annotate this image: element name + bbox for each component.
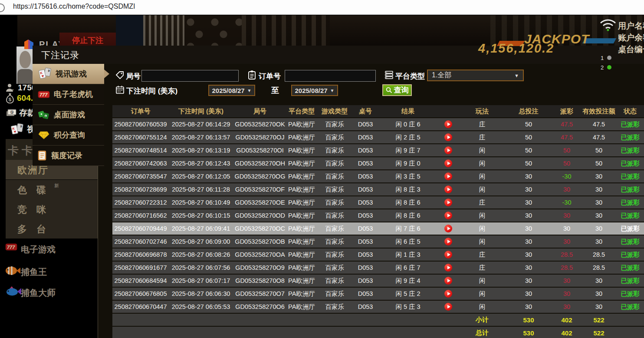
sidebar-item-fishing-king[interactable]: 捕鱼王 (0, 261, 98, 282)
replay-button[interactable] (444, 264, 452, 272)
date-from-select[interactable]: 2025/08/27 ▼ (208, 85, 255, 96)
replay-button[interactable] (444, 199, 452, 206)
replay-button[interactable] (444, 146, 452, 154)
total-bet-cell: 50 (506, 131, 552, 144)
line-2-indicator[interactable]: 2 (601, 64, 611, 71)
chevron-down-icon: ▼ (514, 73, 519, 78)
time-cell: 2025-08-27 06:05:53 (169, 300, 233, 313)
payout-cell: 50 (552, 157, 582, 170)
table-no-cell: D053 (353, 118, 378, 131)
table-row[interactable]: 2508270606704472025-08-27 06:05:53GD0532… (112, 300, 644, 313)
replay-button[interactable] (444, 159, 452, 167)
replay-cell (438, 170, 459, 183)
jingmi-tab-label: 竞咪 (17, 203, 56, 216)
browser-address-bar[interactable]: https://175616.cc/home?code=QSDMZI (0, 0, 644, 15)
lobby-tab-sedie[interactable]: 色碟 新 (6, 180, 98, 199)
table-row[interactable]: 2508270607286992025-08-27 06:11:28GD0532… (112, 183, 644, 196)
game-type-cell: 百家乐 (316, 170, 353, 183)
table-row[interactable]: 2508270607094492025-08-27 06:09:41GD0532… (112, 222, 644, 235)
result-cell: 闲 9 庄 0 (378, 157, 438, 170)
menu-item-video-games[interactable]: 9 K ♥ 视讯游戏 (33, 64, 104, 84)
modal-content: 局号 订单号 平台类型 1.全部 ▼ (98, 64, 644, 338)
replay-button[interactable] (444, 212, 452, 219)
replay-cell (438, 144, 459, 157)
table-row[interactable]: 2508270606768052025-08-27 06:06:30GD0532… (112, 287, 644, 300)
url-text[interactable]: https://175616.cc/home?code=QSDMZI (13, 3, 135, 10)
lobby-tab-duotai[interactable]: 多台 (6, 219, 98, 239)
fishing-master-label: 捕鱼大师 (21, 287, 56, 299)
payout-cell: 30 (552, 209, 582, 222)
valid-bet-cell: 30 (582, 300, 616, 313)
play-type-cell: 闲 (459, 157, 506, 170)
status-cell: 已派彩 (616, 131, 644, 144)
replay-button[interactable] (444, 172, 452, 180)
menu-item-points-query[interactable]: 积分查询 (33, 125, 104, 146)
table-row[interactable]: 2508270606916772025-08-27 06:07:56GD0532… (112, 261, 644, 274)
platform-select[interactable]: 1.全部 ▼ (427, 70, 524, 81)
time-cell: 2025-08-27 06:14:29 (169, 118, 233, 131)
table-row[interactable]: 2508270607027462025-08-27 06:09:00GD0532… (112, 235, 644, 248)
table-no-cell: D053 (353, 196, 378, 209)
replay-button[interactable] (444, 303, 452, 311)
round-cell: GD053258270O9 (233, 261, 287, 274)
reload-icon[interactable] (0, 3, 5, 12)
replay-button[interactable] (444, 251, 452, 258)
table-row[interactable]: 2508270607485142025-08-27 06:13:19GD0532… (112, 144, 644, 157)
column-header: 桌号 (353, 105, 378, 118)
time-cell: 2025-08-27 06:09:00 (169, 235, 233, 248)
kaka-label: 卡卡 (8, 143, 36, 158)
app: https://175616.cc/home?code=QSDMZI PLAYA… (0, 0, 644, 338)
summary-valid-cell: 522 (582, 313, 616, 326)
sidebar-item-fishing-master[interactable]: 捕鱼大师 (0, 282, 98, 303)
line-1-indicator[interactable]: 1 (601, 55, 611, 61)
table-row[interactable]: 2508270607605392025-08-27 06:14:29GD0532… (112, 118, 644, 131)
menu-item-table-games[interactable]: $ 桌面游戏 (33, 105, 104, 125)
platform-cell: PA欧洲厅 (287, 287, 316, 300)
menu-item-credit-records[interactable]: 额度记录 (33, 146, 104, 166)
order-cell: 250827060755124 (112, 131, 169, 144)
order-input[interactable] (285, 70, 376, 82)
replay-button[interactable] (444, 290, 452, 298)
platform-cell: PA欧洲厅 (287, 170, 316, 183)
total-bet-cell: 50 (506, 144, 552, 157)
platform-label: 平台类型 (395, 71, 425, 81)
lobby-tab-jingmi[interactable]: 竞咪 (6, 199, 98, 219)
table-row[interactable]: 2508270607420632025-08-27 06:12:43GD0532… (112, 157, 644, 170)
modal-title: 下注记录 (41, 49, 79, 61)
slots-label: 电子游戏 (21, 244, 56, 255)
table-no-cell: D053 (353, 170, 378, 183)
table-row[interactable]: 2508270607223122025-08-27 06:10:49GD0532… (112, 196, 644, 209)
table-row[interactable]: 2508270607355472025-08-27 06:12:05GD0532… (112, 170, 644, 183)
replay-button[interactable] (444, 277, 452, 285)
payout-cell: 50 (552, 144, 582, 157)
order-cell: 250827060748514 (112, 144, 169, 157)
deposit-button[interactable]: $ 存款 (6, 107, 36, 119)
table-no-cell: D053 (353, 183, 378, 196)
order-cell: 250827060742063 (112, 157, 169, 170)
sidebar-item-slots[interactable]: 777 电子游戏 (0, 239, 98, 259)
date-to-select[interactable]: 2025/08/27 ▼ (291, 85, 338, 96)
table-row[interactable]: 2508270606968782025-08-27 06:08:26GD0532… (112, 248, 644, 261)
replay-button[interactable] (444, 120, 452, 128)
replay-cell (438, 274, 459, 287)
payout-cell: 47.5 (552, 118, 582, 131)
total-bet-cell: 30 (506, 300, 552, 313)
table-row[interactable]: 2508270607165622025-08-27 06:10:15GD0532… (112, 209, 644, 222)
menu-item-slots[interactable]: 777 电子老虎机 (33, 84, 104, 105)
table-no-cell: D053 (353, 300, 378, 313)
balance-row: S 604. (6, 93, 33, 103)
search-button[interactable]: 查询 (382, 84, 412, 96)
replay-button[interactable] (444, 186, 452, 193)
valid-bet-cell: 30 (582, 222, 616, 235)
table-row[interactable]: 2508270607551242025-08-27 06:13:57GD0532… (112, 131, 644, 144)
chevron-down-icon: ▼ (330, 88, 335, 93)
replay-button[interactable] (444, 238, 452, 245)
video-game-tab[interactable]: 9 K ♥ 视 (10, 123, 35, 136)
valid-bet-cell: 30 (582, 209, 616, 222)
table-no-cell: D053 (353, 209, 378, 222)
table-row[interactable]: 2508270606845942025-08-27 06:07:17GD0532… (112, 274, 644, 287)
replay-button[interactable] (444, 225, 452, 232)
replay-button[interactable] (444, 133, 452, 141)
slot-777-icon: 777 (5, 242, 17, 252)
round-input[interactable] (141, 70, 239, 82)
